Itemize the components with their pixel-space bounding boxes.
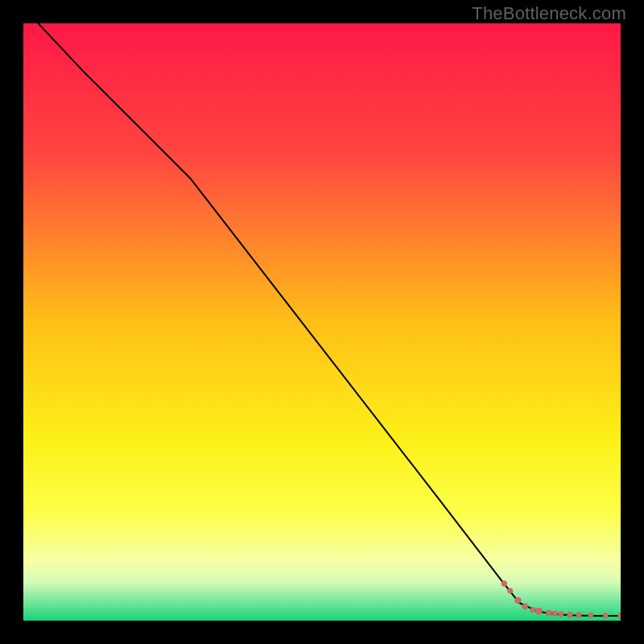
data-point [559, 612, 564, 617]
plot-svg [23, 23, 621, 621]
plot-area [23, 23, 621, 621]
data-point [502, 581, 507, 587]
data-point [530, 607, 535, 612]
gradient-background [23, 23, 621, 621]
data-point [576, 613, 581, 617]
data-point [515, 597, 522, 604]
data-point [546, 610, 551, 616]
data-point [603, 613, 608, 617]
data-point [522, 604, 528, 609]
data-point [508, 588, 513, 593]
data-point [567, 612, 572, 617]
watermark-text: TheBottleneck.com [472, 3, 626, 24]
chart-frame: TheBottleneck.com [0, 0, 644, 644]
data-point [588, 613, 593, 617]
data-point [552, 611, 557, 616]
data-point [535, 608, 542, 614]
